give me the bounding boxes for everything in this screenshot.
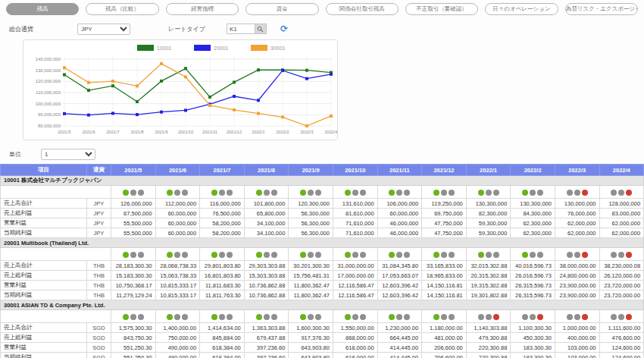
status-lights-ng [466,310,511,323]
status-lights-ng [555,310,599,323]
value-cell: 76,500,000 [200,209,245,218]
green-light-icon [256,252,262,258]
value-cell: 397,236.60 [244,353,289,358]
value-cell: 12,116,586.47 [333,281,377,290]
value-cell: 34,100,000 [244,228,289,238]
green-light-icon [123,252,129,258]
value-cell: 83,000,000 [599,209,644,218]
green-light-icon [211,252,217,258]
value-cell: 1,230,000.00 [377,323,422,333]
data-point [63,112,66,115]
rate-type-input[interactable] [227,24,255,34]
gray-light-icon [174,314,180,320]
tab-8[interactable]: 為替リスク・エクスポージャー [565,3,638,15]
gray-light-icon [315,190,321,196]
value-cell: 12,116,586.47 [333,290,377,300]
company-section-title: 30001 ASIAN TD & Company Pte. Ltd. [1,300,644,310]
gray-light-icon [486,314,492,320]
red-light-icon [537,314,543,320]
status-lights-ng [555,248,599,261]
data-point [257,68,260,71]
green-light-icon [167,314,173,320]
row-label: 営業利益 [1,343,87,353]
status-lights-ok [111,248,156,261]
data-point [184,108,187,111]
value-cell: 60,000,000 [155,228,200,238]
y-axis-tick: 80,000,000 [38,124,61,128]
data-point [184,75,187,78]
value-cell: 400,000.00 [555,333,599,343]
value-cell: 67,500,000 [111,209,156,218]
gray-light-icon [360,252,366,258]
gray-light-icon [486,252,492,258]
gray-light-icon [174,190,180,196]
value-cell: 47,750,000 [422,218,467,228]
value-cell: 20,315,302.88 [466,271,511,281]
status-lights-ok [333,186,377,199]
data-point [257,112,260,115]
table-row: 営業利益THB10,750,368.1710,815,333.1711,811,… [1,281,644,290]
value-cell: 12,603,396.42 [377,290,422,300]
value-cell: 69,750,000 [422,209,467,218]
gray-light-icon [227,190,233,196]
value-cell: 917,376.30 [289,333,333,343]
status-lights-ok [289,310,333,323]
gray-light-icon [130,252,136,258]
status-lights-ok [155,310,200,323]
value-cell: 24,800,000.00 [555,271,599,281]
value-cell: 29,801,803.80 [200,261,245,271]
value-cell: 65,800,000 [244,209,289,218]
tab-3[interactable]: 経営指標 [166,3,239,15]
gray-light-icon [574,252,580,258]
value-cell: 71,610,000 [333,218,377,228]
refresh-icon[interactable]: ⟳ [280,24,288,33]
value-cell: 11,279,129.24 [111,290,156,300]
gray-light-icon [611,314,617,320]
table-row: 営業利益SGD551,250.30490,000.00618,384.00397… [1,343,644,353]
data-point [281,115,284,118]
value-cell: 1,400,000.00 [155,323,200,333]
red-light-icon [626,190,632,196]
status-lights-ok [377,248,422,261]
tab-6[interactable]: 不正取引（要確認） [405,3,478,15]
value-cell: 1,600,300.30 [289,323,333,333]
currency-cell: SGD [87,343,111,353]
tab-4[interactable]: 資金 [245,3,318,15]
value-cell: 11,800,362.47 [289,290,333,300]
value-cell: 18,965,833.00 [422,271,467,281]
value-cell: 643,903.80 [289,343,333,353]
rate-type-label: レートタイプ [168,25,205,33]
value-cell: 414,445.00 [377,343,422,353]
gray-light-icon [530,190,536,196]
top-tab-bar: 残高残高（比較）経営指標資金関係会社取引残高不正取引（要確認）日々のオペレーショ… [0,0,644,15]
rate-search-button[interactable] [255,24,267,34]
value-cell: 183,300.30 [511,343,555,353]
tab-7[interactable]: 日々のオペレーション [485,3,558,15]
value-cell: 1,140,303.88 [466,323,511,333]
tab-5[interactable]: 関係会社取引残高 [326,3,399,15]
tab-2[interactable]: 残高（比較） [86,3,158,15]
gray-light-icon [227,252,233,258]
base-currency-select[interactable]: JPY [77,24,130,35]
legend-label: 30001 [270,46,286,51]
value-cell: 19,301,802.88 [466,290,511,300]
red-light-icon [626,252,632,258]
green-light-icon [211,314,217,320]
table-row: 売上高合計THB28,183,300.3028,068,738.3329,801… [1,261,644,271]
status-lights-ok [200,310,245,323]
currency-cell: THB [87,261,111,271]
row-label: 売上高合計 [1,323,87,333]
unit-select[interactable]: 1 [41,149,95,160]
x-axis-tick: 2021/5 [58,130,70,134]
value-cell: 26,315,596.73 [511,290,555,300]
line-chart-svg: 140,000,000130,000,000120,000,000110,000… [23,40,337,140]
value-cell: 46,000,000 [377,218,422,228]
table-row: 営業利益JPY55,500,00060,000,00058,200,00034,… [1,218,644,228]
gray-light-icon [396,252,402,258]
value-cell: 120,300,000 [289,199,333,209]
tab-1[interactable]: 残高 [6,3,79,15]
gray-light-icon [404,314,410,320]
green-light-icon [300,190,306,196]
value-cell: 1,180,000.00 [422,323,467,333]
value-cell: 71,610,000 [333,228,377,238]
